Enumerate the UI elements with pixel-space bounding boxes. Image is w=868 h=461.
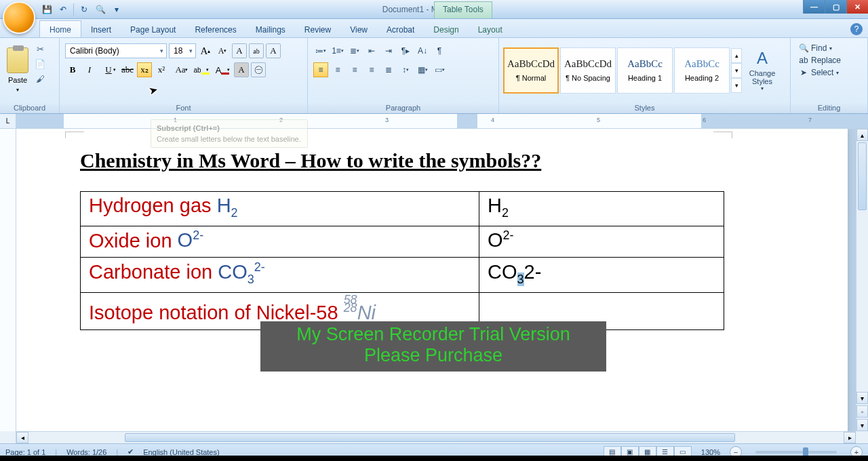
- previous-page-icon[interactable]: ◦: [856, 405, 868, 418]
- justify-button[interactable]: ≡: [364, 62, 379, 77]
- tab-view[interactable]: View: [340, 21, 377, 37]
- shading-button[interactable]: ▦▾: [415, 62, 430, 77]
- gallery-more-icon[interactable]: ▾: [731, 78, 742, 93]
- table-row[interactable]: Hydrogen gas H2 H2: [81, 192, 724, 226]
- tab-review[interactable]: Review: [295, 21, 340, 37]
- cut-icon[interactable]: ✂: [34, 43, 46, 54]
- zoom-level[interactable]: 130%: [701, 448, 720, 456]
- distributed-button[interactable]: ≣: [381, 62, 396, 77]
- shrink-font-button[interactable]: A▾: [215, 43, 230, 58]
- redo-icon[interactable]: ↻: [77, 2, 92, 17]
- paste-button[interactable]: Paste ▾: [3, 41, 33, 100]
- qat-customize-icon[interactable]: ▾: [109, 2, 124, 17]
- watermark-line2: Please Purchase: [269, 345, 598, 366]
- status-language[interactable]: English (United States): [143, 448, 220, 456]
- close-button[interactable]: ✕: [846, 0, 868, 14]
- select-button[interactable]: ➤Select ▾: [799, 68, 841, 77]
- strikethrough-button[interactable]: abc: [120, 62, 135, 77]
- show-marks-button[interactable]: ¶: [432, 43, 447, 58]
- underline-button[interactable]: U: [99, 62, 118, 77]
- hscroll-thumb[interactable]: [125, 433, 735, 442]
- vertical-scrollbar[interactable]: ▴ ▾ ◦ ▾: [856, 129, 868, 431]
- page[interactable]: Chemistry in Ms Word – How to write the …: [16, 129, 848, 431]
- grow-font-button[interactable]: A▴: [198, 43, 213, 58]
- selected-text[interactable]: 3: [517, 273, 524, 286]
- align-left-button[interactable]: ≡: [313, 62, 328, 77]
- tab-home[interactable]: Home: [39, 20, 81, 37]
- change-styles-button[interactable]: A Change Styles ▾: [743, 41, 781, 100]
- scroll-right-icon[interactable]: ▸: [844, 432, 856, 443]
- find-button[interactable]: 🔍Find ▾: [799, 43, 841, 53]
- clear-formatting-button[interactable]: A: [232, 43, 247, 58]
- character-border-button[interactable]: A: [266, 43, 281, 58]
- font-family-combo[interactable]: Calibri (Body): [65, 43, 167, 58]
- align-center-button[interactable]: ≡: [330, 62, 345, 77]
- office-button[interactable]: [3, 1, 35, 34]
- multilevel-list-button[interactable]: ≣▾: [347, 43, 362, 58]
- table-row[interactable]: Carbonate ion CO32- CO32-: [81, 258, 724, 292]
- bullets-button[interactable]: ≔▾: [313, 43, 328, 58]
- gallery-down-icon[interactable]: ▾: [731, 63, 742, 78]
- chemistry-table[interactable]: Hydrogen gas H2 H2 Oxide ion O2- O2- Car…: [80, 191, 724, 330]
- character-shading-button[interactable]: A: [234, 62, 249, 77]
- vertical-ruler[interactable]: [0, 129, 16, 431]
- tab-page-layout[interactable]: Page Layout: [121, 21, 185, 37]
- tab-selector[interactable]: L: [0, 114, 16, 128]
- scroll-thumb[interactable]: [858, 142, 867, 210]
- increase-indent-button[interactable]: ⇥: [381, 43, 396, 58]
- sort-button[interactable]: A↓: [415, 43, 430, 58]
- tab-layout[interactable]: Layout: [469, 21, 512, 37]
- change-case-button[interactable]: Aa: [171, 62, 190, 77]
- tab-acrobat[interactable]: Acrobat: [377, 21, 424, 37]
- highlight-button[interactable]: ab: [192, 62, 211, 77]
- status-page[interactable]: Page: 1 of 1: [5, 448, 45, 456]
- scroll-up-icon[interactable]: ▴: [856, 129, 868, 141]
- styles-gallery-scroll[interactable]: ▴ ▾ ▾: [731, 48, 742, 93]
- replace-button[interactable]: abReplace: [799, 56, 841, 65]
- tab-design[interactable]: Design: [424, 21, 468, 37]
- save-icon[interactable]: 💾: [39, 2, 54, 17]
- bold-button[interactable]: B: [65, 62, 80, 77]
- horizontal-ruler[interactable]: 1 2 3 4 5 6 7: [16, 114, 868, 128]
- style-no-spacing[interactable]: AaBbCcDd¶ No Spacing: [560, 47, 616, 94]
- table-row[interactable]: Oxide ion O2- O2-: [81, 226, 724, 258]
- zoom-slider[interactable]: [755, 451, 837, 454]
- next-page-icon[interactable]: ▾: [856, 419, 868, 431]
- borders-button[interactable]: ▭▾: [432, 62, 447, 77]
- styles-gallery[interactable]: AaBbCcDd¶ Normal AaBbCcDd¶ No Spacing Aa…: [502, 41, 743, 100]
- italic-button[interactable]: I: [82, 62, 97, 77]
- help-icon[interactable]: ?: [850, 23, 863, 35]
- document-scroll[interactable]: Chemistry in Ms Word – How to write the …: [16, 129, 856, 431]
- status-words[interactable]: Words: 1/26: [66, 448, 106, 456]
- print-preview-icon[interactable]: 🔍: [93, 2, 108, 17]
- document-content[interactable]: Chemistry in Ms Word – How to write the …: [80, 149, 712, 330]
- font-size-combo[interactable]: 18: [169, 43, 196, 58]
- phonetic-guide-button[interactable]: ab: [249, 43, 264, 58]
- document-heading[interactable]: Chemistry in Ms Word – How to write the …: [80, 149, 712, 172]
- align-right-button[interactable]: ≡: [347, 62, 362, 77]
- font-color-button[interactable]: A: [213, 62, 232, 77]
- copy-icon[interactable]: 📄: [34, 58, 46, 69]
- ribbon-tabs: Home Insert Page Layout References Maili…: [0, 19, 868, 38]
- style-heading-1[interactable]: AaBbCcHeading 1: [617, 47, 673, 94]
- scroll-down-icon[interactable]: ▾: [856, 392, 868, 404]
- decrease-indent-button[interactable]: ⇤: [364, 43, 379, 58]
- horizontal-scrollbar[interactable]: ◂ ▸: [16, 431, 856, 443]
- superscript-button[interactable]: x²: [154, 62, 169, 77]
- tab-mailings[interactable]: Mailings: [246, 21, 295, 37]
- line-spacing-button[interactable]: ↕▾: [398, 62, 413, 77]
- tab-references[interactable]: References: [185, 21, 245, 37]
- minimize-button[interactable]: —: [803, 0, 825, 14]
- ltr-direction-button[interactable]: ¶▸: [398, 43, 413, 58]
- tab-insert[interactable]: Insert: [81, 21, 121, 37]
- undo-icon[interactable]: ↶: [56, 2, 71, 17]
- gallery-up-icon[interactable]: ▴: [731, 48, 742, 63]
- numbering-button[interactable]: 1≡▾: [330, 43, 345, 58]
- maximize-button[interactable]: ▢: [825, 0, 846, 14]
- scroll-left-icon[interactable]: ◂: [16, 432, 28, 443]
- style-normal[interactable]: AaBbCcDd¶ Normal: [503, 47, 559, 94]
- subscript-button[interactable]: x₂: [137, 62, 152, 77]
- enclose-characters-button[interactable]: ㊀: [251, 62, 266, 77]
- style-heading-2[interactable]: AaBbCcHeading 2: [674, 47, 730, 94]
- format-painter-icon[interactable]: 🖌: [34, 73, 46, 84]
